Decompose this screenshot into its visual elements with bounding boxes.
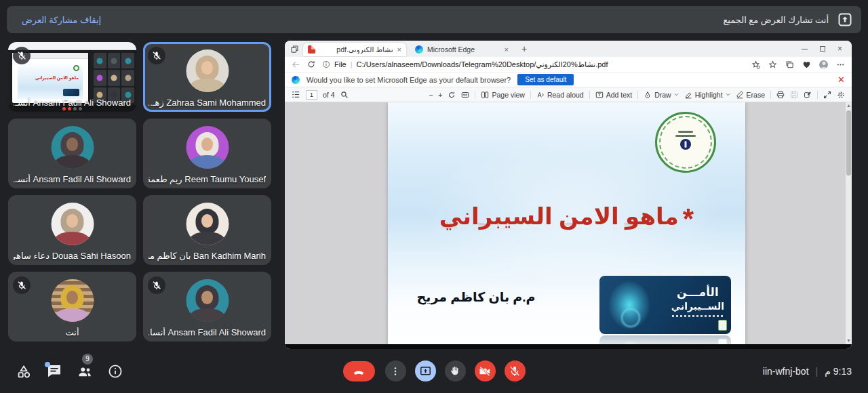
tab-pdf[interactable]: نشاط الكتروني.pdf × — [303, 43, 406, 56]
scrollbar-thumb[interactable] — [846, 110, 851, 175]
browser-address-bar: File | C:/Users/alnaseem/Downloads/Teleg… — [285, 57, 852, 73]
save-icon[interactable] — [790, 91, 798, 99]
more-options-button[interactable] — [385, 360, 406, 381]
tile-ansam-fadil[interactable]: Ansam Fadil Ali Showard أنسـ... — [8, 119, 136, 188]
expand-icon[interactable] — [823, 91, 831, 99]
activities-button[interactable] — [15, 363, 33, 380]
participant-grid: ماهو الامن السيبراني — [8, 42, 271, 342]
tile-ban-kadhim[interactable]: Ban Kadhim Marih بان كاظم مريح — [143, 195, 271, 265]
slide-page-1: *ماهو الامن السيبراني م.م بان كاظم مريح … — [388, 102, 745, 344]
avatar — [186, 49, 229, 92]
tile-douaa-sahi[interactable]: Douaa Sahi Hasoon دعاء ساهي... — [8, 195, 136, 265]
tab-actions-icon[interactable] — [290, 45, 299, 54]
zoom-in-icon[interactable]: + — [438, 91, 442, 99]
pdf-viewport: *ماهو الامن السيبراني م.م بان كاظم مريح … — [285, 102, 852, 344]
participant-name: Ban Kadhim Marih بان كاظم مريح — [149, 251, 266, 261]
avatar — [186, 126, 229, 169]
save-as-icon[interactable] — [804, 91, 812, 99]
scrollbar[interactable]: ▲ ▼ — [846, 102, 852, 344]
print-icon[interactable] — [776, 91, 785, 99]
mic-muted-icon — [13, 47, 31, 64]
sharing-status: أنت تشارك العرض مع الجميع — [723, 12, 853, 28]
avatar — [51, 279, 94, 322]
card-badge — [718, 320, 727, 331]
read-aloud-icon — [536, 91, 545, 99]
set-as-default-button[interactable]: Set as default — [517, 74, 574, 85]
page-view-button[interactable]: Page view — [481, 91, 524, 99]
present-button[interactable] — [415, 360, 436, 381]
browser-tab-strip: نشاط الكتروني.pdf × Microsoft Edge × + × — [285, 41, 852, 57]
pdf-file-icon — [308, 45, 315, 54]
card-title-line2: الســيبراني — [671, 301, 724, 312]
fit-to-width-icon[interactable] — [461, 91, 469, 99]
window-controls: × — [802, 45, 846, 53]
avatar — [51, 203, 94, 245]
close-icon[interactable]: × — [837, 45, 842, 53]
mini-participant-grid — [94, 53, 134, 103]
back-icon[interactable] — [292, 60, 300, 69]
mic-off-button[interactable] — [505, 360, 526, 381]
search-icon[interactable] — [340, 91, 349, 99]
profile-avatar[interactable] — [819, 60, 828, 69]
page-view-icon — [481, 91, 489, 99]
page-number-input[interactable] — [306, 90, 317, 100]
mini-slide-logo — [73, 65, 79, 71]
collections-icon[interactable] — [785, 60, 794, 69]
stop-sharing-button[interactable]: إيقاف مشاركة العرض — [15, 15, 108, 25]
tile-zahraa-sami-mohammed[interactable]: Zahraa Sami Mohammed زهـ... — [143, 42, 271, 112]
university-logo — [655, 112, 716, 173]
participant-name: Ansam Fadil Ali Showard أنسـ... — [14, 174, 131, 184]
camera-off-button[interactable] — [475, 360, 496, 381]
mic-muted-icon — [13, 276, 31, 294]
people-button[interactable]: 9 — [76, 363, 94, 380]
tab-close-icon[interactable]: × — [505, 45, 509, 54]
browser-essentials-icon[interactable] — [802, 60, 811, 69]
participant-name: أنت — [14, 327, 131, 337]
title-asterisk: * — [679, 203, 694, 234]
refresh-icon[interactable] — [307, 60, 315, 68]
add-text-button[interactable]: Add text — [595, 91, 633, 99]
tile-reem-taumu[interactable]: Reem Taumu Yousef ريم طعمة... — [143, 119, 271, 188]
new-tab-button[interactable]: + — [517, 43, 531, 54]
zoom-out-icon[interactable]: − — [429, 91, 433, 99]
contents-icon[interactable] — [292, 90, 300, 99]
chat-button[interactable] — [45, 363, 63, 380]
eraser-icon — [736, 91, 744, 99]
draw-button[interactable]: Draw — [644, 91, 679, 99]
card-glow-graphic — [609, 281, 650, 329]
erase-button[interactable]: Erase — [736, 91, 765, 99]
meeting-code: iin-wfnj-bot — [763, 366, 809, 377]
minimize-icon[interactable] — [802, 49, 808, 49]
settings-gear-icon[interactable] — [837, 91, 845, 99]
raise-hand-button[interactable] — [445, 360, 466, 381]
tile-ansam-fadil-2[interactable]: Ansam Fadil Ali Showard أنسا... — [143, 272, 271, 342]
slide-title: *ماهو الامن السيبراني — [388, 203, 745, 235]
tile-screen-share-preview[interactable]: ماهو الامن السيبراني — [8, 42, 136, 112]
favorites-star-icon[interactable] — [768, 60, 777, 69]
people-count-badge: 9 — [82, 354, 93, 365]
address-bar-actions — [751, 60, 845, 69]
info-button[interactable] — [106, 363, 124, 380]
participant-name: Ansam Fadil Ali Showard أنسا... — [149, 327, 266, 337]
settings-menu-icon[interactable] — [836, 60, 845, 69]
chevron-down-icon — [726, 93, 730, 96]
url-text: C:/Users/alnaseem/Downloads/Telegram%20D… — [357, 60, 608, 69]
tile-self[interactable]: أنت — [8, 272, 136, 342]
tab-title: Microsoft Edge — [427, 45, 500, 54]
read-aloud-button[interactable]: Read aloud — [536, 91, 584, 99]
cyber-security-card: الأمـــن الســيبراني — [599, 276, 731, 334]
notification-close-icon[interactable]: ✕ — [837, 75, 845, 85]
tab-close-icon[interactable]: × — [397, 45, 401, 54]
participant-name: Ansam Fadil Ali Showard أنسـ... — [14, 98, 131, 108]
url-field[interactable]: File | C:/Users/alnaseem/Downloads/Teleg… — [322, 60, 745, 69]
page-tools-icon[interactable] — [751, 60, 760, 69]
presenter-name: م.م بان كاظم مريح — [415, 289, 537, 305]
highlight-button[interactable]: Highlight — [684, 91, 730, 99]
leave-call-button[interactable] — [343, 361, 375, 381]
notification-message: Would you like to set Microsoft Edge as … — [307, 76, 511, 84]
tab-microsoft-edge[interactable]: Microsoft Edge × — [410, 43, 513, 56]
pdf-toolbar: of 4 − + Page view Read aloud Add text — [285, 87, 852, 102]
maximize-icon[interactable] — [820, 46, 825, 51]
add-text-icon — [595, 91, 604, 99]
rotate-icon[interactable] — [448, 91, 456, 99]
